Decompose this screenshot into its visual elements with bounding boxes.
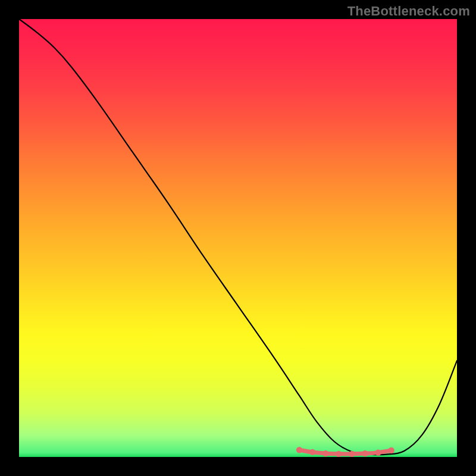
accent-dot (336, 451, 342, 457)
chart-frame: TheBottleneck.com (0, 0, 476, 476)
plot-area (19, 19, 457, 457)
accent-dot (349, 451, 355, 457)
accent-dot (375, 449, 381, 455)
accent-dot (322, 450, 328, 456)
watermark-text: TheBottleneck.com (347, 4, 470, 19)
chart-svg (19, 19, 457, 457)
accent-dot (362, 450, 368, 456)
bottleneck-curve (19, 19, 457, 455)
accent-dot (309, 449, 315, 455)
accent-dot (296, 447, 302, 453)
accent-dot (388, 447, 394, 453)
